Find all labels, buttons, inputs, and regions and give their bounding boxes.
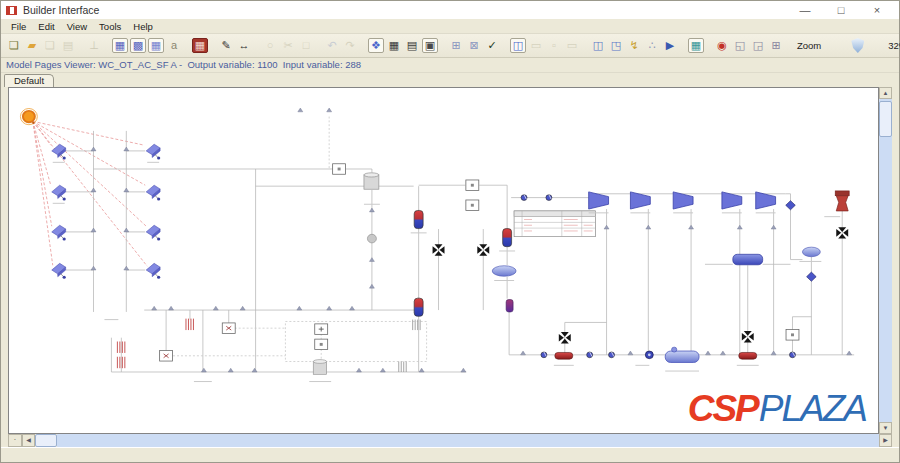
tab-default[interactable]: Default [4,74,54,87]
heat-exchanger[interactable] [414,298,423,316]
run-simulation-icon[interactable]: ▶ [662,38,678,54]
save-icon[interactable]: ❏ [42,38,58,54]
horizontal-scroll-thumb[interactable] [35,434,57,447]
solar-rays[interactable] [33,121,147,266]
steam-turbine[interactable] [673,192,693,209]
vertical-scroll-track[interactable] [879,99,892,422]
minimize-button[interactable]: — [794,4,816,16]
controller-box[interactable] [466,180,479,190]
text-scale-icon[interactable]: a [166,38,182,54]
display-mode-icon[interactable]: ▣ [422,38,438,53]
pump-icon[interactable] [587,352,593,358]
scroll-down-button[interactable]: ▼ [879,422,892,434]
pump-icon[interactable] [521,195,527,201]
maximize-button[interactable]: □ [830,4,852,16]
steam-turbine[interactable] [722,192,742,209]
model-diagram[interactable] [9,88,878,433]
record-macro-icon[interactable]: ◉ [714,38,730,54]
folder-page-icon[interactable]: ▭ [564,38,580,54]
macro-panel-icon[interactable]: ▩ [130,38,146,53]
storage-tank[interactable] [364,173,379,189]
pipe-network[interactable] [66,117,854,372]
edit-pen-icon[interactable]: ✎ [218,38,234,54]
pump-icon[interactable] [609,352,615,358]
vertical-scroll-thumb[interactable] [879,101,892,137]
link-mode-icon[interactable]: ⊥ [86,38,102,54]
kernel-scripting-icon[interactable]: ▦ [688,38,704,53]
page-export-icon[interactable]: ◳ [608,38,624,54]
pane-splitter[interactable]: · [8,434,22,447]
shield-icon[interactable] [851,38,864,53]
junction-nodes[interactable] [91,108,852,372]
spark-icon[interactable]: ↯ [626,38,642,54]
deaerator[interactable] [665,347,699,362]
check-model-icon[interactable]: ✓ [484,38,500,54]
solar-collector[interactable] [52,225,66,240]
cut-icon[interactable]: ✂ [280,38,296,54]
close-button[interactable]: × [866,4,888,16]
undo-icon[interactable]: ↶ [324,38,340,54]
menu-view[interactable]: View [61,21,93,32]
print-icon[interactable]: ▤ [60,38,76,54]
heat-exchanger[interactable] [503,229,512,247]
condenser[interactable] [802,247,820,257]
heater-icon[interactable] [186,319,193,330]
solar-collector[interactable] [146,263,160,278]
pump-icon[interactable] [790,352,796,358]
controller-x-box[interactable] [222,323,235,333]
scroll-left-button[interactable]: ◀ [22,434,35,447]
controller-box[interactable] [786,330,799,340]
window-layout-icon[interactable]: ◱ [732,38,748,54]
window-copy-icon[interactable]: ▭ [528,38,544,54]
cooler[interactable] [733,254,763,264]
solar-collector[interactable] [146,225,160,240]
menu-edit[interactable]: Edit [32,21,60,32]
vertical-scrollbar[interactable]: ▲ ▼ [879,87,892,434]
steam-turbine[interactable] [756,192,776,209]
controller-box[interactable] [466,200,479,210]
steam-turbine[interactable] [630,192,650,209]
stretch-icon[interactable]: ↔ [236,38,252,54]
measurement-box[interactable] [315,324,328,334]
menu-tools[interactable]: Tools [93,21,127,32]
steam-turbine[interactable] [589,192,609,209]
grid-icon[interactable]: ▦ [386,38,402,54]
drain-tank[interactable] [739,352,757,359]
junction-node[interactable] [369,284,374,288]
sun-icon[interactable] [20,108,37,124]
valves[interactable] [433,227,849,343]
component-panel-icon[interactable]: ▦ [112,38,128,53]
turbine-train[interactable] [589,192,776,209]
new-window-icon[interactable]: ◫ [510,38,526,53]
new-model-icon[interactable]: ❏ [6,38,22,54]
controller-x-box[interactable] [160,351,173,361]
preheater[interactable] [506,300,513,312]
pump-icon[interactable] [546,195,552,201]
stop-calculation-icon[interactable]: ▦ [192,38,208,53]
exhaust-node[interactable] [786,201,796,210]
fit-page-icon[interactable]: ❖ [368,38,384,53]
gear-pump-icon[interactable] [645,351,653,359]
component-flag-icon[interactable]: ⊠ [466,38,482,54]
link-run-icon[interactable]: ∴ [644,38,660,54]
scroll-up-button[interactable]: ▲ [879,87,892,99]
solar-collector[interactable] [146,185,160,200]
pages-stack-icon[interactable]: ◫ [590,38,606,54]
window-small-icon[interactable]: ▫ [546,38,562,54]
open-model-icon[interactable]: ▰ [24,38,40,54]
menu-file[interactable]: File [5,21,32,32]
condensate-node[interactable] [807,272,817,281]
heat-exchanger[interactable] [414,210,423,228]
cooling-tower[interactable] [835,191,849,211]
redo-icon[interactable]: ↷ [342,38,358,54]
solar-collector[interactable] [52,263,66,278]
window-cascade-icon[interactable]: ◲ [750,38,766,54]
profile-panel-icon[interactable]: ▦ [148,38,164,53]
ellipse-tool-icon[interactable]: ○ [262,38,278,54]
scroll-right-button[interactable]: ▶ [879,434,892,447]
menu-help[interactable]: Help [127,21,159,32]
aux-heaters[interactable] [117,319,420,372]
solar-collector[interactable] [146,144,160,159]
solar-collector-field[interactable] [52,144,160,278]
feedwater-tank[interactable] [555,352,573,359]
